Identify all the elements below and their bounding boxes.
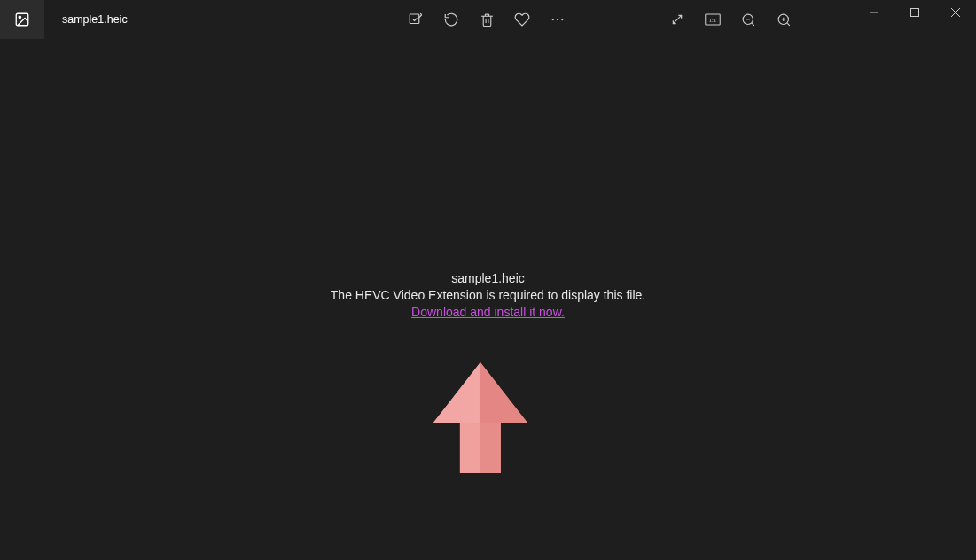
zoom-in-icon xyxy=(777,12,792,27)
toolbar-right: 1:1 xyxy=(669,0,792,39)
close-button[interactable] xyxy=(935,0,976,25)
app-home-button[interactable] xyxy=(0,0,44,39)
photo-app-icon xyxy=(14,12,30,27)
actual-size-button[interactable]: 1:1 xyxy=(705,12,721,27)
download-extension-link[interactable]: Download and install it now. xyxy=(411,305,565,319)
zoom-out-icon xyxy=(741,12,756,27)
error-description: The HEVC Video Extension is required to … xyxy=(0,287,976,304)
toolbar-center xyxy=(408,0,566,39)
minimize-icon xyxy=(870,8,878,17)
error-filename: sample1.heic xyxy=(0,270,976,287)
fullscreen-icon xyxy=(670,12,684,27)
zoom-out-button[interactable] xyxy=(740,12,756,27)
svg-point-1 xyxy=(19,16,20,18)
delete-icon xyxy=(480,12,495,27)
delete-button[interactable] xyxy=(479,12,495,27)
window-title: sample1.heic xyxy=(62,13,128,26)
arrow-up-icon xyxy=(422,358,537,478)
zoom-in-button[interactable] xyxy=(776,12,792,27)
fullscreen-button[interactable] xyxy=(669,12,685,27)
more-icon xyxy=(550,12,566,27)
edit-image-icon xyxy=(408,12,424,27)
close-icon xyxy=(951,8,960,17)
filename-section: sample1.heic xyxy=(44,0,128,39)
svg-point-4 xyxy=(557,19,558,20)
svg-text:1:1: 1:1 xyxy=(709,17,717,23)
favorite-icon xyxy=(514,12,530,27)
edit-image-button[interactable] xyxy=(408,12,424,27)
actual-size-icon: 1:1 xyxy=(705,13,721,26)
svg-point-5 xyxy=(561,19,563,20)
rotate-icon xyxy=(443,12,459,27)
rotate-button[interactable] xyxy=(443,12,459,27)
minimize-button[interactable] xyxy=(854,0,894,25)
svg-rect-10 xyxy=(911,9,919,17)
content-area: sample1.heic The HEVC Video Extension is… xyxy=(0,39,976,560)
error-message: sample1.heic The HEVC Video Extension is… xyxy=(0,270,976,321)
titlebar: sample1.heic xyxy=(0,0,976,39)
favorite-button[interactable] xyxy=(514,12,530,27)
maximize-button[interactable] xyxy=(894,0,935,25)
window-controls xyxy=(854,0,976,25)
arrow-up-graphic xyxy=(422,358,537,478)
more-button[interactable] xyxy=(550,12,566,27)
svg-rect-2 xyxy=(410,14,419,24)
maximize-icon xyxy=(910,8,919,17)
svg-point-3 xyxy=(552,19,554,20)
